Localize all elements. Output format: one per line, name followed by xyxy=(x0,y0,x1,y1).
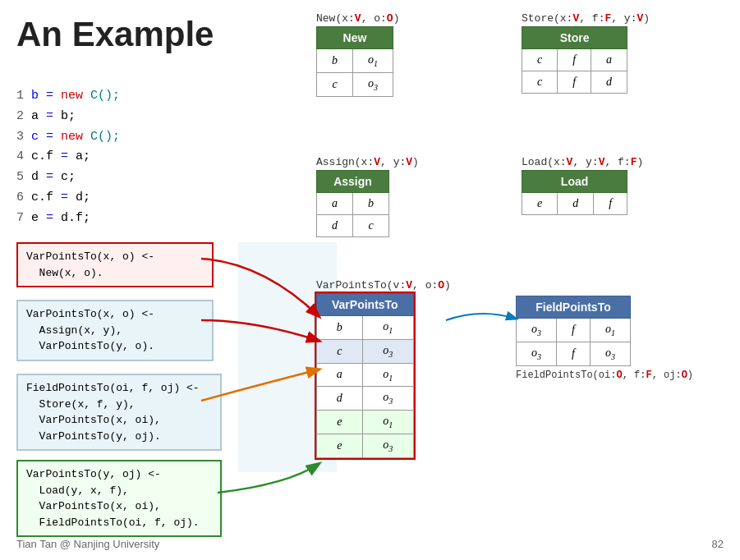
fieldpoints-table-label: FieldPointsTo(oi:O, f:F, oj:O) xyxy=(516,370,693,381)
load-table-wrap: Load(x:V, y:V, f:F) Load e d f xyxy=(522,156,643,215)
footer: Tian Tan @ Nanjing University 82 xyxy=(0,538,740,550)
table-row: c f a xyxy=(522,49,627,71)
footer-credit: Tian Tan @ Nanjing University xyxy=(16,538,159,550)
assign-table-wrap: Assign(x:V, y:V) Assign a b d c xyxy=(316,156,419,237)
rule-box-4: VarPointsTo(y, oj) <- Load(y, x, f), Var… xyxy=(16,460,222,537)
store-table-wrap: Store(x:V, f:F, y:V) Store c f a c f d xyxy=(522,12,650,94)
assign-table: Assign a b d c xyxy=(316,170,389,237)
rule-box-2: VarPointsTo(x, o) <- Assign(x, y), VarPo… xyxy=(16,300,214,361)
rule-box-3: FieldPointsTo(oi, f, oj) <- Store(x, f, … xyxy=(16,374,222,451)
varpoints-table: VarPointsTo b o1 c o3 a o1 d o3 e o1 xyxy=(316,293,414,458)
new-table-wrap: New(x:V, o:O) New b o1 c o3 xyxy=(316,12,399,97)
varpoints-table-label: VarPointsTo(v:V, o:O) xyxy=(316,279,451,291)
page-title: An Example xyxy=(16,15,214,54)
table-row: b o1 xyxy=(317,49,393,73)
table-row: e o1 xyxy=(317,411,414,434)
table-row: b o1 xyxy=(317,316,414,340)
table-row: e d f xyxy=(522,193,627,215)
code-block: 1 b = new C(); 2 a = b; 3 c = new C(); 4… xyxy=(16,86,120,228)
load-table: Load e d f xyxy=(522,170,627,215)
table-row: o3 f o1 xyxy=(517,319,631,342)
table-row: d c xyxy=(317,215,389,237)
rule-box-1: VarPointsTo(x, o) <- New(x, o). xyxy=(16,242,214,287)
varpoints-table-wrap: VarPointsTo(v:V, o:O) VarPointsTo b o1 c… xyxy=(316,279,451,458)
table-row: d o3 xyxy=(317,387,414,411)
store-table-label: Store(x:V, f:F, y:V) xyxy=(522,12,650,25)
table-row: o3 f o3 xyxy=(517,342,631,365)
load-table-label: Load(x:V, y:V, f:F) xyxy=(522,156,643,168)
table-row: c o3 xyxy=(317,339,414,363)
table-row: a o1 xyxy=(317,363,414,387)
new-table-label: New(x:V, o:O) xyxy=(316,12,399,25)
table-row: e o3 xyxy=(317,434,414,457)
fieldpoints-table-wrap: FieldPointsTo o3 f o1 o3 f o3 FieldPoint… xyxy=(516,296,693,383)
fieldpoints-table: FieldPointsTo o3 f o1 o3 f o3 xyxy=(516,296,631,366)
table-row: a b xyxy=(317,193,389,215)
assign-table-label: Assign(x:V, y:V) xyxy=(316,156,419,168)
table-row: c f d xyxy=(522,71,627,94)
new-table: New b o1 c o3 xyxy=(316,26,393,97)
table-row: c o3 xyxy=(317,72,393,96)
footer-page: 82 xyxy=(712,538,724,550)
store-table: Store c f a c f d xyxy=(522,26,627,94)
